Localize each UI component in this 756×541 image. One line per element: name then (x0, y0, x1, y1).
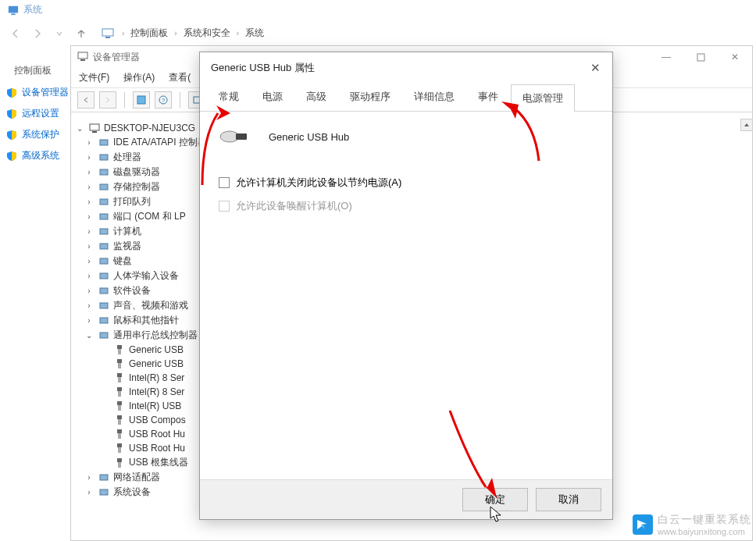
minimize-button[interactable]: — (649, 46, 683, 68)
cancel-button[interactable]: 取消 (536, 488, 601, 511)
expand-icon[interactable]: › (84, 473, 94, 482)
tree-category-label: 端口 (COM 和 LP (113, 210, 186, 223)
svg-rect-12 (90, 124, 99, 130)
tab-general[interactable]: 常规 (208, 84, 250, 111)
expand-icon[interactable]: › (84, 301, 94, 310)
device-category-icon (98, 240, 110, 253)
usb-device-icon (113, 358, 126, 370)
svg-rect-20 (100, 229, 108, 234)
tree-device-label: Intel(R) USB (129, 400, 181, 411)
svg-rect-33 (118, 377, 121, 383)
sidebar-link-device-manager[interactable]: 设备管理器 (6, 86, 69, 99)
usb-device-icon (113, 457, 126, 469)
device-header: Generic USB Hub (219, 126, 594, 148)
device-category-icon (98, 285, 110, 297)
checkbox-allow-off[interactable]: 允许计算机关闭此设备以节约电源(A) (219, 176, 594, 190)
back-button[interactable] (8, 26, 23, 41)
breadcrumb-item[interactable]: 系统 (245, 27, 264, 40)
tab-driver[interactable]: 驱动程序 (339, 84, 401, 111)
svg-rect-1 (11, 13, 15, 15)
expand-icon[interactable]: › (84, 153, 94, 162)
usb-device-icon (113, 372, 126, 384)
expand-icon[interactable]: › (84, 488, 94, 497)
sidebar-link-label: 远程设置 (22, 107, 59, 120)
toolbar-help[interactable]: ? (155, 91, 172, 109)
sidebar-link-remote[interactable]: 远程设置 (6, 107, 69, 120)
system-title-text: 系统 (23, 3, 42, 16)
device-category-icon (98, 137, 110, 149)
toolbar-back[interactable] (77, 91, 94, 109)
svg-rect-3 (105, 37, 110, 38)
expand-icon[interactable]: › (84, 257, 94, 265)
expand-icon[interactable]: › (84, 168, 94, 176)
tree-category-label: 打印队列 (113, 195, 151, 208)
tab-details[interactable]: 详细信息 (403, 84, 465, 111)
usb-device-icon (113, 343, 126, 356)
svg-rect-34 (117, 387, 122, 391)
scrollbar-up[interactable] (740, 119, 753, 131)
forward-button[interactable] (30, 26, 45, 41)
ok-button[interactable]: 确定 (462, 488, 528, 511)
usb-hub-icon (219, 126, 250, 148)
sidebar-link-protection[interactable]: 系统保护 (6, 128, 69, 141)
device-category-icon (98, 196, 110, 208)
svg-rect-14 (100, 140, 108, 145)
tree-category-label: 网络适配器 (113, 471, 160, 484)
tree-category-label: 人体学输入设备 (113, 269, 179, 283)
computer-icon (88, 122, 101, 134)
breadcrumb-item[interactable]: 系统和安全 (184, 27, 230, 40)
menu-file[interactable]: 文件(F) (79, 71, 109, 84)
tree-device-label: USB Root Hu (129, 429, 185, 440)
svg-rect-38 (117, 415, 122, 419)
breadcrumb-item[interactable]: 控制面板 (130, 27, 168, 40)
toolbar-forward[interactable] (99, 91, 116, 109)
expand-icon[interactable]: › (84, 227, 94, 236)
checkbox-label: 允许此设备唤醒计算机(O) (236, 199, 352, 213)
close-button[interactable]: ✕ (718, 46, 752, 68)
expand-icon[interactable]: › (84, 212, 94, 221)
expand-icon[interactable]: › (84, 138, 94, 147)
sidebar-link-advanced[interactable]: 高级系统 (6, 149, 69, 162)
tab-advanced[interactable]: 高级 (295, 84, 337, 111)
checkbox-icon[interactable] (219, 177, 230, 188)
menu-view[interactable]: 查看( (169, 71, 191, 84)
svg-rect-0 (9, 5, 18, 12)
sidebar-link-label: 高级系统 (22, 149, 59, 162)
close-icon[interactable]: ✕ (586, 59, 604, 77)
svg-rect-36 (117, 401, 122, 405)
expand-icon[interactable]: › (84, 198, 94, 206)
device-category-icon (98, 151, 110, 164)
up-button[interactable] (73, 26, 89, 41)
svg-rect-19 (100, 214, 108, 219)
dialog-footer: 确定 取消 (200, 479, 612, 519)
device-category-icon (98, 270, 110, 283)
svg-rect-42 (117, 443, 122, 447)
control-panel-sidebar: 设备管理器 远程设置 系统保护 高级系统 (6, 86, 69, 162)
tab-power-management[interactable]: 电源管理 (511, 84, 575, 112)
control-panel-label: 控制面板 (14, 64, 52, 77)
tab-events[interactable]: 事件 (467, 84, 509, 111)
breadcrumb[interactable]: › 控制面板 › 系统和安全 › 系统 (95, 24, 748, 42)
collapse-icon[interactable]: ⌄ (74, 124, 85, 133)
toolbar-properties[interactable] (133, 91, 150, 109)
expand-icon[interactable]: › (84, 287, 94, 295)
tree-category-label: 鼠标和其他指针 (113, 314, 179, 327)
toolbar-sep (180, 92, 180, 108)
usb-device-icon (113, 442, 126, 454)
expand-icon[interactable]: › (84, 183, 94, 191)
expand-icon[interactable]: › (84, 316, 94, 325)
svg-rect-26 (100, 318, 108, 323)
expand-icon[interactable]: › (84, 242, 94, 251)
device-name-label: Generic USB Hub (269, 131, 349, 143)
tree-category-label: 通用串行总线控制器 (113, 329, 198, 342)
menu-action[interactable]: 操作(A) (123, 71, 155, 84)
expand-icon[interactable]: › (84, 272, 94, 280)
collapse-icon[interactable]: ⌄ (84, 331, 94, 340)
svg-rect-25 (100, 303, 108, 308)
maximize-button[interactable] (683, 46, 718, 68)
recent-dropdown[interactable] (52, 26, 67, 41)
svg-rect-31 (118, 363, 121, 368)
tab-power[interactable]: 电源 (251, 84, 294, 111)
tree-category-label: 监视器 (113, 240, 141, 253)
svg-rect-44 (117, 458, 122, 462)
